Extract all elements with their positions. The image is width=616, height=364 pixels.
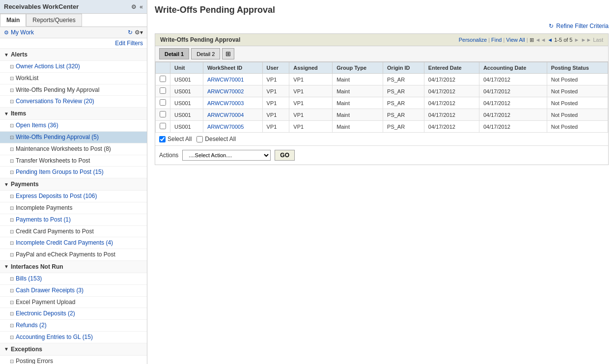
row-checkbox[interactable] bbox=[160, 87, 166, 94]
row-posting-status: Not Posted bbox=[547, 97, 608, 109]
panel-tabs: Detail 1 Detail 2 ⊞ bbox=[159, 48, 234, 59]
nav-next-icon[interactable]: ► bbox=[574, 37, 579, 43]
go-button[interactable]: GO bbox=[275, 150, 295, 161]
section-interfaces-item-5[interactable]: ⊡ Accounting Entries to GL (15) bbox=[0, 332, 147, 343]
row-accounting-date: 04/17/2012 bbox=[479, 97, 547, 109]
my-work-icons: ↻ ⚙▾ bbox=[128, 29, 143, 36]
find-link[interactable]: Find bbox=[491, 37, 502, 43]
tab-icon-button[interactable]: ⊞ bbox=[222, 48, 234, 59]
section-interfaces-item-3[interactable]: ⊡ Electronic Deposits (2) bbox=[0, 308, 147, 320]
section-payments-item-0[interactable]: ⊡ Express Deposits to Post (106) bbox=[0, 191, 147, 202]
row-accounting-date: 04/17/2012 bbox=[479, 109, 547, 121]
select-all-row: Select All Deselect All bbox=[155, 133, 608, 146]
item-icon: ⊡ bbox=[10, 134, 14, 141]
tab-detail2[interactable]: Detail 2 bbox=[191, 48, 220, 59]
col-user: User bbox=[262, 62, 289, 74]
section-items: ▼ Items ⊡ Open Items (36) ⊡ Write-Offs P… bbox=[0, 108, 147, 178]
row-user: VP1 bbox=[262, 121, 289, 133]
row-origin-id: PS_AR bbox=[383, 97, 424, 109]
tab-main[interactable]: Main bbox=[0, 14, 26, 27]
tab-reports-queries[interactable]: Reports/Queries bbox=[26, 14, 82, 27]
section-payments-item-5[interactable]: ⊡ PayPal and eCheck Payments to Post bbox=[0, 249, 147, 261]
select-all-label[interactable]: Select All bbox=[168, 136, 192, 142]
section-payments-item-3[interactable]: ⊡ Credit Card Payments to Post bbox=[0, 226, 147, 238]
section-payments-item-2[interactable]: ⊡ Payments to Post (1) bbox=[0, 214, 147, 226]
section-items-header[interactable]: ▼ Items bbox=[0, 108, 147, 120]
collapse-icon[interactable]: « bbox=[140, 3, 143, 10]
row-user: VP1 bbox=[262, 74, 289, 85]
section-items-item-0[interactable]: ⊡ Open Items (36) bbox=[0, 120, 147, 132]
worksheet-link[interactable]: ARWCW70005 bbox=[207, 124, 244, 130]
row-entered-date: 04/17/2012 bbox=[424, 97, 479, 109]
row-group-type: Maint bbox=[333, 74, 383, 85]
section-payments-item-4[interactable]: ⊡ Incomplete Credit Card Payments (4) bbox=[0, 237, 147, 249]
section-payments-item-1[interactable]: ⊡ Incomplete Payments bbox=[0, 202, 147, 214]
section-alerts-item-0[interactable]: ⊡ Owner Actions List (320) bbox=[0, 61, 147, 73]
section-alerts: ▼ Alerts ⊡ Owner Actions List (320) ⊡ Wo… bbox=[0, 49, 147, 108]
section-payments-header[interactable]: ▼ Payments bbox=[0, 178, 147, 191]
settings-dropdown-icon[interactable]: ⚙▾ bbox=[135, 29, 143, 36]
worksheet-link[interactable]: ARWCW70004 bbox=[207, 112, 244, 118]
nav-prev-icon[interactable]: ◄ bbox=[547, 37, 553, 43]
section-items-item-1[interactable]: ⊡ Write-Offs Pending Approval (5) bbox=[0, 132, 147, 143]
sidebar-title: Receivables WorkCenter bbox=[4, 3, 79, 10]
tab-detail1[interactable]: Detail 1 bbox=[159, 48, 189, 59]
section-items-item-2[interactable]: ⊡ Maintenance Worksheets to Post (8) bbox=[0, 143, 147, 155]
deselect-all-checkbox[interactable] bbox=[196, 136, 203, 142]
triangle-icon: ▼ bbox=[4, 182, 9, 187]
row-worksheet-id: ARWCW70003 bbox=[203, 97, 262, 109]
worksheet-link[interactable]: ARWCW70002 bbox=[207, 88, 244, 94]
item-icon: ⊡ bbox=[10, 228, 14, 235]
deselect-all-label[interactable]: Deselect All bbox=[205, 136, 236, 142]
section-alerts-item-3[interactable]: ⊡ Conversations To Review (20) bbox=[0, 96, 147, 108]
edit-filters-link[interactable]: Edit Filters bbox=[0, 38, 147, 49]
refine-icon: ↻ bbox=[549, 23, 554, 29]
col-assigned: Assigned bbox=[289, 62, 333, 74]
refresh-icon[interactable]: ↻ bbox=[128, 29, 133, 36]
section-items-item-4[interactable]: ⊡ Pending Item Groups to Post (15) bbox=[0, 167, 147, 178]
row-assigned: VP1 bbox=[289, 97, 333, 109]
row-worksheet-id: ARWCW70001 bbox=[203, 74, 262, 85]
section-exceptions-header[interactable]: ▼ Exceptions bbox=[0, 343, 147, 356]
my-work-label[interactable]: ⚙ My Work bbox=[4, 29, 34, 36]
row-assigned: VP1 bbox=[289, 121, 333, 133]
triangle-icon: ▼ bbox=[4, 111, 9, 116]
section-interfaces-item-0[interactable]: ⊡ Bills (153) bbox=[0, 273, 147, 285]
nav-last-icon[interactable]: ►► Last bbox=[581, 37, 603, 43]
section-alerts-header[interactable]: ▼ Alerts bbox=[0, 49, 147, 61]
row-checkbox[interactable] bbox=[160, 123, 166, 129]
section-interfaces-item-2[interactable]: ⊡ Excel Payment Upload bbox=[0, 297, 147, 308]
section-items-item-3[interactable]: ⊡ Transfer Worksheets to Post bbox=[0, 155, 147, 167]
row-origin-id: PS_AR bbox=[383, 74, 424, 85]
table-body: US001 ARWCW70001 VP1 VP1 Maint PS_AR 04/… bbox=[156, 74, 608, 133]
actions-select[interactable]: ....Select Action.... bbox=[182, 150, 271, 161]
section-exceptions-item-0[interactable]: ⊡ Posting Errors bbox=[0, 356, 147, 364]
section-interfaces-item-1[interactable]: ⊡ Cash Drawer Receipts (3) bbox=[0, 285, 147, 297]
nav-first-icon[interactable]: ◄◄ bbox=[535, 37, 546, 43]
row-group-type: Maint bbox=[333, 97, 383, 109]
row-checkbox[interactable] bbox=[160, 99, 166, 106]
section-interfaces-header[interactable]: ▼ Interfaces Not Run bbox=[0, 261, 147, 273]
worksheet-link[interactable]: ARWCW70003 bbox=[207, 100, 244, 106]
panel-header-title: Write-Offs Pending Approval bbox=[160, 36, 240, 43]
refine-filter-link[interactable]: Refine Filter Criteria bbox=[556, 23, 609, 29]
item-icon: ⊡ bbox=[10, 217, 14, 224]
section-alerts-item-2[interactable]: ⊡ Write-Offs Pending My Approval bbox=[0, 84, 147, 96]
personalize-link[interactable]: Personalize bbox=[459, 37, 487, 43]
row-checkbox[interactable] bbox=[160, 111, 166, 117]
row-worksheet-id: ARWCW70004 bbox=[203, 109, 262, 121]
worksheet-link[interactable]: ARWCW70001 bbox=[207, 77, 244, 83]
grid-icon[interactable]: ⊞ bbox=[530, 37, 534, 43]
section-alerts-item-1[interactable]: ⊡ WorkList bbox=[0, 73, 147, 84]
view-all-link[interactable]: View All bbox=[506, 37, 525, 43]
col-accounting-date: Accounting Date bbox=[479, 62, 547, 74]
content-panel: Write-Offs Pending Approval Personalize … bbox=[155, 33, 609, 165]
section-interfaces-item-4[interactable]: ⊡ Refunds (2) bbox=[0, 320, 147, 332]
item-icon: ⊡ bbox=[10, 322, 14, 329]
row-accounting-date: 04/17/2012 bbox=[479, 74, 547, 85]
table-row: US001 ARWCW70003 VP1 VP1 Maint PS_AR 04/… bbox=[156, 97, 608, 109]
select-all-checkbox[interactable] bbox=[159, 136, 166, 142]
item-icon: ⊡ bbox=[10, 158, 14, 165]
row-checkbox[interactable] bbox=[160, 76, 166, 82]
gear-icon[interactable]: ⚙ bbox=[131, 3, 137, 10]
